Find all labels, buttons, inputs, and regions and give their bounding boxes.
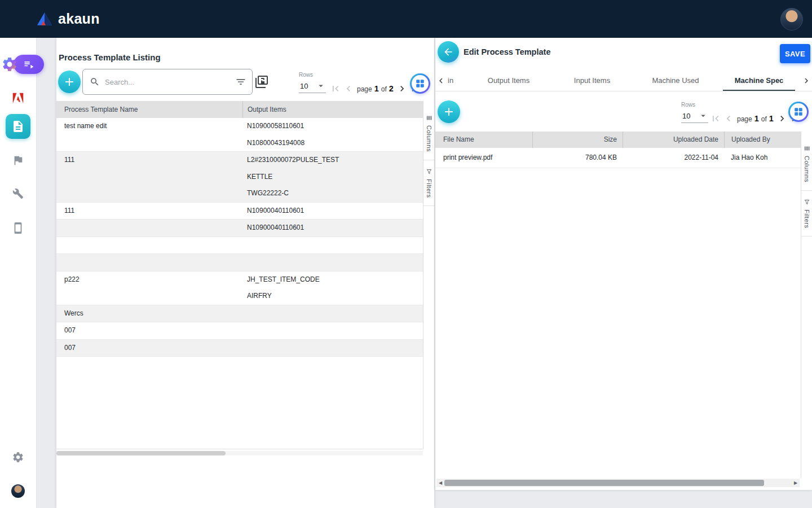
columns-tab[interactable]: Columns [423,101,434,160]
first-page-button[interactable] [709,112,722,125]
sidebar-item-active-module[interactable] [1,55,44,74]
view-switcher-button[interactable] [788,102,809,122]
column-header-uploaded-by[interactable]: Uploaded By [724,132,801,148]
back-arrow-icon [443,46,454,58]
chevron-left-icon [723,113,734,124]
scroll-right-arrow[interactable]: ▶ [792,479,800,487]
add-file-button[interactable] [438,100,460,123]
chevron-down-icon [698,111,708,121]
table-row[interactable]: Wercs [56,305,423,323]
akaun-logo-icon [36,11,53,27]
filters-tab[interactable]: Filters [801,191,812,237]
plus-icon [63,75,76,89]
tab-main-partial[interactable]: in [447,70,467,91]
column-header-name[interactable]: Process Template Name [56,101,242,118]
tab-input-items[interactable]: Input Items [550,70,634,91]
page-indicator: page1of1 [737,114,774,123]
columns-icon [426,115,433,121]
brand-logo[interactable]: akaun [36,11,100,27]
document-icon [11,120,25,133]
brand-name: akaun [58,11,100,27]
grid-icon [793,107,804,117]
table-row[interactable]: p222 JH_TEST_ITEM_CODE AIRFRY [56,271,423,305]
tabs-scroll-right[interactable] [801,70,812,91]
back-button[interactable] [438,41,459,63]
columns-tab[interactable]: Columns [801,132,812,191]
scrollbar-thumb[interactable] [444,480,764,486]
tab-machine-used[interactable]: Machine Used [634,70,717,91]
table-row[interactable] [56,254,423,271]
sidebar-item-flag[interactable] [0,154,36,167]
scrollbar-thumb[interactable] [56,451,226,456]
next-page-button[interactable] [776,112,788,125]
table-row[interactable]: N10900040110601 [56,220,423,237]
sidebar-item-settings[interactable] [0,451,36,463]
rows-label: Rows [681,102,708,108]
user-avatar[interactable] [780,8,803,30]
add-template-button[interactable] [58,71,81,93]
view-switcher-button[interactable] [410,73,430,94]
filter-funnel-icon [804,199,810,205]
table-side-controls: Columns Filters [801,132,812,478]
adobe-icon [12,92,24,104]
filter-list-icon[interactable] [235,76,246,87]
prev-page-button[interactable] [342,82,355,95]
table-row[interactable]: 111 N10900040110601 [56,203,423,220]
playlist-menu-icon [23,59,34,70]
sidebar [0,38,37,508]
table-header: Process Template Name Output Items [56,101,423,118]
duplicate-pages-button[interactable] [255,75,268,89]
sidebar-item-tools[interactable] [0,188,36,199]
sidebar-item-adobe[interactable] [0,92,36,104]
column-header-size[interactable]: Size [532,132,623,148]
scrollbar-track[interactable] [444,479,792,487]
table-row[interactable]: 007 [56,322,423,340]
column-header-uploaded-date[interactable]: Uploaded Date [623,132,724,148]
table-row[interactable]: 111 L2#2310000072PULSE_TEST KETTLE TWG22… [56,152,423,203]
sidebar-profile-avatar[interactable] [11,484,25,498]
app-root: akaun [0,0,812,508]
sidebar-item-devices[interactable] [0,222,36,234]
search-input[interactable] [104,77,231,87]
tabs-scroll-left[interactable] [435,70,447,91]
chevron-right-icon [776,113,788,124]
save-button[interactable]: SAVE [780,44,810,63]
sidebar-item-documents[interactable] [6,114,30,139]
first-page-icon [710,113,721,124]
tab-output-items[interactable]: Output Items [467,70,550,91]
search-box [82,69,253,95]
first-page-button[interactable] [329,82,342,95]
pagination: page1of1 [709,111,801,126]
next-page-button[interactable] [396,82,408,95]
horizontal-scrollbar[interactable]: ◀ ▶ [436,479,800,487]
table-row[interactable]: print preview.pdf 780.04 KB 2022-11-04 J… [435,148,801,168]
rows-label: Rows [299,72,326,78]
edit-process-template-panel: Edit Process Template SAVE in Output Ite… [435,38,812,490]
column-header-file-name[interactable]: File Name [435,132,532,148]
chevron-left-icon [343,83,354,94]
tab-bar: in Output Items Input Items Machine Used… [435,70,812,91]
topbar: akaun [0,0,812,38]
process-template-table: Process Template Name Output Items test … [56,101,423,449]
prev-page-button[interactable] [722,112,735,125]
filters-tab[interactable]: Filters [423,160,434,206]
smartphone-icon [12,222,24,234]
table-header: File Name Size Uploaded Date Uploaded By [435,132,801,148]
tab-machine-spec[interactable]: Machine Spec [717,70,801,91]
chevron-left-icon [436,76,446,86]
first-page-icon [330,83,341,94]
table-row[interactable] [56,237,423,255]
rows-select[interactable]: 10 [299,80,326,93]
rows-select[interactable]: 10 [681,110,708,123]
page-indicator: page1of2 [357,84,394,93]
table-row[interactable]: test name edit N10900058110601 N10800043… [56,118,423,152]
table-row[interactable]: 007 [56,340,423,357]
chevron-right-icon [801,76,811,86]
search-icon [90,77,100,87]
filter-funnel-icon [426,168,433,175]
scroll-left-arrow[interactable]: ◀ [436,479,444,487]
horizontal-scrollbar[interactable] [56,451,423,456]
active-module-pill [14,55,44,74]
pagination: page1of2 [329,81,421,97]
column-header-output-items[interactable]: Output Items [242,101,423,118]
